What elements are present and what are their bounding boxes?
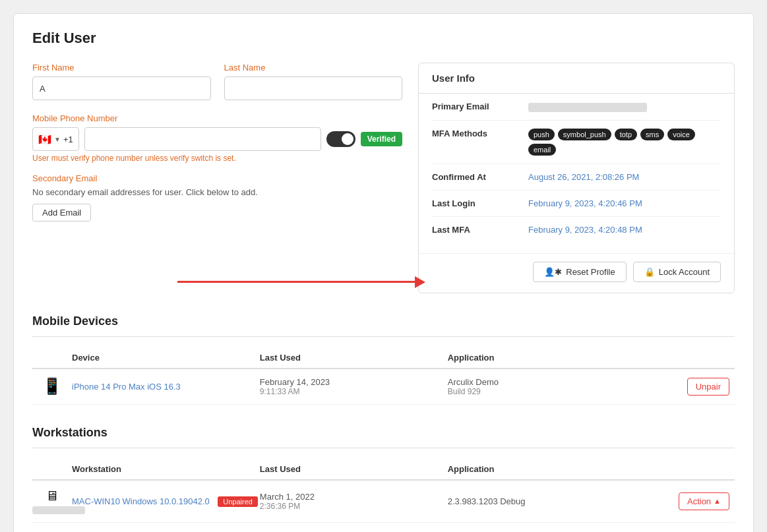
name-row: First Name Last Name	[32, 63, 402, 100]
page-title: Edit User	[32, 30, 735, 47]
mfa-badges: push symbol_push totp sms voice email	[528, 129, 721, 156]
unpair-button[interactable]: Unpair	[687, 378, 729, 396]
user-info-header: User Info	[419, 63, 734, 94]
last-login-row: Last Login February 9, 2023, 4:20:46 PM	[432, 191, 721, 217]
last-login-key: Last Login	[432, 198, 518, 208]
phone-label: Mobile Phone Number	[32, 113, 402, 123]
ws-action-cell: Action ▲	[636, 492, 735, 510]
ws-col-last-used-header: Last Used	[260, 464, 448, 474]
phone-country-selector[interactable]: 🇨🇦 ▼ +1	[32, 127, 79, 151]
phone-row: 🇨🇦 ▼ +1 Verified	[32, 127, 402, 151]
phone-hint: User must verify phone number unless ver…	[32, 154, 402, 163]
mfa-badge-symbol-push: symbol_push	[558, 129, 611, 140]
primary-email-key: Primary Email	[432, 102, 518, 111]
primary-email-value	[528, 102, 721, 112]
last-name-group: Last Name	[224, 63, 403, 100]
device-name-cell: iPhone 14 Pro Max iOS 16.3	[72, 380, 260, 392]
lock-icon: 🔒	[644, 267, 655, 277]
unpaired-badge: Unpaired	[218, 496, 258, 507]
mobile-divider	[32, 336, 735, 337]
col-last-used-header: Last Used	[260, 353, 448, 363]
chevron-down-icon: ▼	[54, 136, 61, 143]
verified-badge: Verified	[361, 132, 402, 146]
app-name: Arculix Demo	[448, 377, 636, 387]
user-info-card: User Info Primary Email MFA Methods push…	[418, 63, 735, 293]
last-login-value: February 9, 2023, 4:20:46 PM	[528, 198, 721, 208]
last-used-secondary: 9:11:33 AM	[260, 387, 448, 396]
phone-input[interactable]	[84, 127, 321, 151]
workstations-divider	[32, 448, 735, 448]
application-cell: Arculix Demo Build 929	[448, 377, 636, 396]
col-application-header: Application	[448, 353, 636, 363]
app-build: Build 929	[448, 387, 636, 396]
mfa-badge-totp: totp	[615, 129, 637, 140]
secondary-email-section: Secondary Email No secondary email addre…	[32, 173, 402, 222]
lock-account-label: Lock Account	[659, 267, 710, 277]
mobile-devices-title: Mobile Devices	[32, 314, 735, 328]
mfa-methods-row: MFA Methods push symbol_push totp sms vo…	[432, 121, 721, 164]
mfa-badge-push: push	[528, 129, 555, 140]
reset-profile-button[interactable]: 👤✱ Reset Profile	[533, 262, 626, 282]
last-mfa-value: February 9, 2023, 4:20:48 PM	[528, 225, 721, 235]
user-info-body: Primary Email MFA Methods push symbol_pu…	[419, 94, 734, 253]
unpair-cell: Unpair	[636, 378, 735, 396]
last-name-label: Last Name	[224, 63, 403, 73]
first-name-input[interactable]	[32, 76, 211, 100]
secondary-email-label: Secondary Email	[32, 173, 402, 183]
ws-last-used-primary: March 1, 2022	[260, 492, 448, 502]
mfa-badge-sms: sms	[640, 129, 664, 140]
ws-col-workstation-header: Workstation	[72, 464, 260, 474]
workstation-row: 🖥 MAC-WIN10 Windows 10.0.19042.0 Unpaire…	[32, 481, 735, 523]
ws-application-cell: 2.3.983.1203 Debug	[448, 496, 636, 506]
primary-email-row: Primary Email	[432, 94, 721, 121]
ws-app-name: 2.3.983.1203 Debug	[448, 496, 636, 506]
phone-verify-toggle[interactable]	[326, 131, 355, 147]
mobile-devices-section: Mobile Devices Device Last Used Applicat…	[32, 314, 735, 405]
confirmed-at-key: Confirmed At	[432, 172, 518, 182]
last-used-primary: February 14, 2023	[260, 377, 448, 387]
lock-account-button[interactable]: 🔒 Lock Account	[633, 262, 721, 282]
workstation-name[interactable]: MAC-WIN10 Windows 10.0.19042.0	[72, 496, 210, 506]
workstations-section: Workstations Workstation Last Used Appli…	[32, 426, 735, 523]
workstation-name-cell: MAC-WIN10 Windows 10.0.19042.0 Unpaired	[72, 495, 260, 507]
device-icon: 📱	[32, 377, 72, 396]
ws-col-application-header: Application	[448, 464, 636, 474]
device-name[interactable]: iPhone 14 Pro Max iOS 16.3	[72, 382, 181, 392]
user-info-actions: 👤✱ Reset Profile 🔒 Lock Account	[419, 253, 734, 293]
mfa-badge-voice: voice	[667, 129, 695, 140]
col-device-header: Device	[72, 353, 260, 363]
first-name-label: First Name	[32, 63, 211, 73]
action-button[interactable]: Action ▲	[679, 492, 729, 510]
last-mfa-key: Last MFA	[432, 225, 518, 235]
ws-last-used-cell: March 1, 2022 2:36:36 PM	[260, 492, 448, 511]
ws-last-used-secondary: 2:36:36 PM	[260, 502, 448, 511]
workstations-header: Workstation Last Used Application	[32, 459, 735, 481]
last-mfa-row: Last MFA February 9, 2023, 4:20:48 PM	[432, 217, 721, 243]
workstation-icon: 🖥	[32, 488, 72, 514]
first-name-group: First Name	[32, 63, 211, 100]
top-section: First Name Last Name Mobile Phone Number…	[32, 63, 735, 293]
confirmed-at-row: Confirmed At August 26, 2021, 2:08:26 PM	[432, 164, 721, 191]
last-used-cell: February 14, 2023 9:11:33 AM	[260, 377, 448, 396]
left-form: First Name Last Name Mobile Phone Number…	[32, 63, 402, 293]
flag-emoji: 🇨🇦	[38, 133, 51, 146]
confirmed-at-value: August 26, 2021, 2:08:26 PM	[528, 172, 721, 182]
mfa-badge-email: email	[528, 144, 556, 156]
secondary-email-note: No secondary email addresses for user. C…	[32, 187, 402, 197]
mfa-methods-key: MFA Methods	[432, 129, 518, 138]
mfa-methods-value: push symbol_push totp sms voice email	[528, 129, 721, 156]
phone-section: Mobile Phone Number 🇨🇦 ▼ +1 Verified Use…	[32, 113, 402, 163]
chevron-up-icon: ▲	[714, 497, 721, 505]
action-label: Action	[687, 496, 711, 506]
person-icon: 👤✱	[544, 267, 562, 277]
last-name-input[interactable]	[224, 76, 403, 100]
table-row: 📱 iPhone 14 Pro Max iOS 16.3 February 14…	[32, 369, 735, 405]
add-email-button[interactable]: Add Email	[32, 204, 91, 222]
reset-profile-label: Reset Profile	[566, 267, 615, 277]
page-container: Edit User First Name Last Name Mobile Ph…	[13, 13, 754, 532]
mobile-devices-header: Device Last Used Application	[32, 347, 735, 369]
phone-code: +1	[63, 134, 73, 144]
workstations-title: Workstations	[32, 426, 735, 440]
